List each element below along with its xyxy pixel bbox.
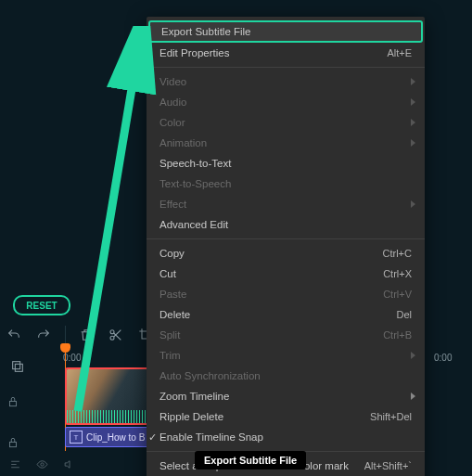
menu-animation: Animation bbox=[147, 133, 425, 153]
scissors-icon[interactable] bbox=[108, 327, 124, 343]
menu-label: Audio bbox=[159, 96, 186, 108]
menu-copy[interactable]: CopyCtrl+C bbox=[147, 243, 425, 264]
menu-label: Enable Timeline Snap bbox=[159, 431, 263, 443]
svg-rect-4 bbox=[10, 401, 17, 405]
toolbar-divider bbox=[65, 326, 66, 344]
lock-icon[interactable] bbox=[0, 395, 26, 408]
menu-label: Trim bbox=[159, 350, 181, 361]
menu-video: Video bbox=[147, 71, 425, 92]
timeline-toolbar bbox=[0, 319, 154, 351]
svg-rect-5 bbox=[10, 442, 17, 446]
menu-label: Effect bbox=[159, 199, 186, 210]
menu-shortcut: Ctrl+V bbox=[383, 289, 412, 300]
menu-audio: Audio bbox=[147, 92, 425, 112]
menu-label: Split bbox=[159, 329, 180, 341]
svg-point-1 bbox=[110, 336, 114, 340]
chevron-right-icon bbox=[411, 392, 415, 400]
menu-edit-properties[interactable]: Edit PropertiesAlt+E bbox=[147, 43, 425, 63]
menu-shortcut: Del bbox=[396, 309, 412, 320]
menu-label: Color bbox=[159, 117, 185, 128]
menu-label: Auto Synchronization bbox=[159, 370, 261, 381]
menu-text-to-speech: Text-to-Speech bbox=[147, 174, 425, 194]
menu-separator bbox=[147, 67, 425, 68]
tooltip-text: Export Subtitle File bbox=[204, 455, 297, 466]
reset-label: RESET bbox=[26, 301, 57, 311]
chevron-right-icon bbox=[411, 200, 415, 208]
chevron-right-icon bbox=[411, 139, 415, 147]
menu-export-subtitle[interactable]: Export Subtitle File bbox=[148, 20, 423, 43]
menu-separator bbox=[147, 238, 425, 239]
align-icon[interactable] bbox=[9, 458, 21, 473]
lock-icon[interactable] bbox=[0, 436, 26, 449]
check-icon: ✓ bbox=[148, 431, 157, 444]
menu-shortcut: Alt+Shift+` bbox=[364, 460, 412, 471]
menu-split: SplitCtrl+B bbox=[147, 325, 425, 345]
menu-ripple-delete[interactable]: Ripple DeleteShift+Del bbox=[147, 406, 425, 427]
context-menu: Export Subtitle File Edit PropertiesAlt+… bbox=[147, 17, 425, 476]
chevron-right-icon bbox=[411, 119, 415, 126]
menu-shortcut: Ctrl+B bbox=[383, 329, 412, 341]
menu-shortcut: Shift+Del bbox=[370, 411, 412, 422]
reset-button[interactable]: RESET bbox=[13, 295, 70, 315]
chevron-right-icon bbox=[411, 78, 415, 85]
menu-label: Paste bbox=[159, 289, 186, 300]
menu-advanced-edit[interactable]: Advanced Edit bbox=[147, 214, 425, 235]
chevron-right-icon bbox=[411, 352, 415, 359]
svg-point-6 bbox=[41, 463, 44, 466]
menu-shortcut: Alt+E bbox=[387, 47, 412, 58]
menu-shortcut: Ctrl+C bbox=[383, 248, 412, 259]
menu-label: Text-to-Speech bbox=[159, 178, 231, 189]
menu-label: Export Subtitle File bbox=[161, 26, 251, 37]
menu-label: Copy bbox=[159, 248, 185, 259]
menu-trim: Trim bbox=[147, 345, 425, 366]
menu-label: Edit Properties bbox=[159, 47, 229, 58]
trash-icon[interactable] bbox=[79, 327, 96, 343]
svg-point-0 bbox=[110, 330, 114, 334]
menu-auto-sync: Auto Synchronization bbox=[147, 366, 425, 386]
redo-icon[interactable] bbox=[35, 327, 52, 343]
chevron-right-icon bbox=[411, 98, 415, 106]
menu-label: Delete bbox=[159, 309, 190, 320]
menu-label: Advanced Edit bbox=[159, 219, 228, 230]
menu-zoom-timeline[interactable]: Zoom Timeline bbox=[147, 386, 425, 406]
undo-icon[interactable] bbox=[6, 327, 22, 343]
volume-icon[interactable] bbox=[63, 458, 75, 473]
menu-label: Zoom Timeline bbox=[159, 391, 229, 402]
menu-label: Animation bbox=[159, 137, 207, 148]
menu-delete[interactable]: DeleteDel bbox=[147, 304, 425, 325]
menu-paste: PasteCtrl+V bbox=[147, 284, 425, 304]
menu-label: Cut bbox=[159, 268, 176, 279]
menu-shortcut: Ctrl+X bbox=[383, 268, 412, 279]
eye-icon[interactable] bbox=[36, 458, 48, 473]
menu-label: Speech-to-Text bbox=[159, 158, 231, 169]
menu-speech-to-text[interactable]: Speech-to-Text bbox=[147, 153, 425, 174]
ruler-tick: 0:00 bbox=[434, 353, 452, 363]
menu-cut[interactable]: CutCtrl+X bbox=[147, 264, 425, 284]
menu-enable-snap[interactable]: ✓Enable Timeline Snap bbox=[147, 427, 425, 447]
menu-color: Color bbox=[147, 112, 425, 133]
menu-effect: Effect bbox=[147, 194, 425, 214]
tooltip: Export Subtitle File bbox=[195, 451, 306, 470]
menu-label: Video bbox=[159, 76, 186, 87]
menu-label: Ripple Delete bbox=[159, 411, 223, 422]
